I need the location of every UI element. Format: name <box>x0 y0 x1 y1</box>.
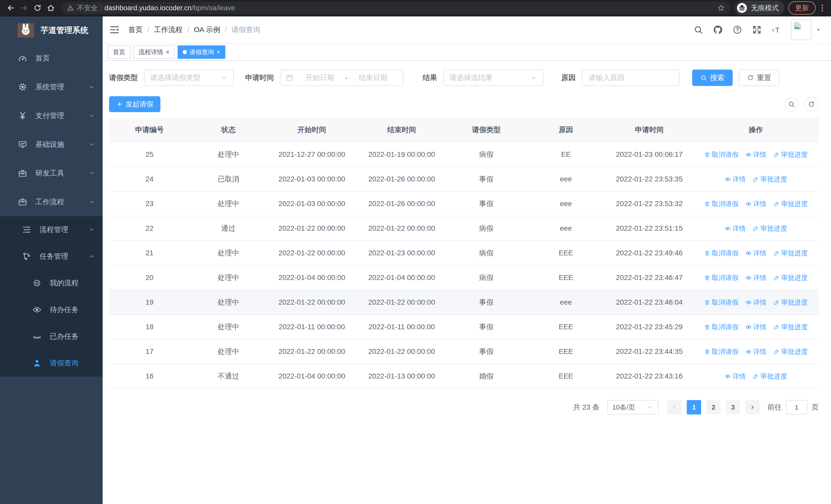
apply-time-range-picker[interactable]: 开始日期 - 结束日期 <box>280 69 403 86</box>
end-date-input[interactable]: 结束日期 <box>349 73 398 83</box>
fullscreen-icon[interactable] <box>752 25 762 35</box>
sidebar-item[interactable]: 我的流程 <box>0 270 103 296</box>
sidebar-item[interactable]: 首页 <box>0 44 103 72</box>
reset-button[interactable]: 重置 <box>739 69 779 86</box>
incognito-icon <box>737 3 747 13</box>
progress-action[interactable]: 审批进度 <box>752 372 787 381</box>
page-button[interactable]: 1 <box>687 400 701 414</box>
sidebar-item[interactable]: 待办任务 <box>0 296 103 323</box>
address-bar[interactable]: 不安全 dashboard.yudao.iocoder.cn/bpm/oa/le… <box>61 2 731 14</box>
breadcrumb-item[interactable]: OA 示例 <box>194 25 221 35</box>
page-size-select[interactable]: 10条/页 <box>607 400 659 414</box>
cell-type: 病假 <box>447 241 526 266</box>
font-size-icon[interactable]: TT <box>771 25 781 35</box>
update-button[interactable]: 更新 <box>789 1 815 14</box>
search-button[interactable]: 搜索 <box>692 69 733 86</box>
github-icon[interactable] <box>713 25 723 35</box>
search-icon[interactable] <box>693 25 703 35</box>
cancel-action[interactable]: 取消请假 <box>704 199 739 208</box>
prev-page-button[interactable] <box>667 400 682 414</box>
edit-icon <box>752 225 759 232</box>
detail-action[interactable]: 详情 <box>724 224 746 233</box>
page-button[interactable]: 2 <box>706 400 721 414</box>
reason-input[interactable] <box>582 69 679 86</box>
sidebar-item[interactable]: 系统管理 <box>0 72 103 101</box>
cancel-action[interactable]: 取消请假 <box>704 150 739 159</box>
breadcrumb-item[interactable]: 工作流程 <box>154 25 183 35</box>
caret-down-icon[interactable] <box>815 27 821 33</box>
progress-action[interactable]: 审批进度 <box>773 347 808 356</box>
sidebar-item[interactable]: 已办任务 <box>0 323 103 350</box>
leave-type-select[interactable]: 请选择请假类型 <box>144 69 234 86</box>
reload-icon[interactable] <box>31 1 44 14</box>
start-date-input[interactable]: 开始日期 <box>295 73 344 83</box>
sidebar-item[interactable]: 工作流程 <box>0 187 103 216</box>
sidebar: 芋道管理系统 首页 系统管理 支付管理 基础设施 研发工具 工作流程 流程管理 … <box>0 17 103 504</box>
sidebar-item[interactable]: 研发工具 <box>0 159 103 187</box>
sidebar-item[interactable]: 请假查询 <box>0 350 103 377</box>
detail-action[interactable]: 详情 <box>724 175 746 184</box>
column-header: 原因 <box>526 118 606 142</box>
cell-status: 处理中 <box>190 266 267 290</box>
tab[interactable]: 请假查询 × <box>178 46 225 59</box>
detail-action[interactable]: 详情 <box>745 298 767 307</box>
sidebar-collapse-icon[interactable] <box>109 25 120 35</box>
cancel-action[interactable]: 取消请假 <box>704 298 739 307</box>
cancel-action[interactable]: 取消请假 <box>704 347 739 356</box>
goto-page-input[interactable] <box>786 400 807 414</box>
progress-action[interactable]: 审批进度 <box>773 249 808 258</box>
sidebar-item[interactable]: 流程管理 <box>0 216 103 243</box>
cell-type: 事假 <box>447 167 526 192</box>
progress-action[interactable]: 审批进度 <box>773 199 808 208</box>
progress-action[interactable]: 审批进度 <box>752 224 787 233</box>
progress-action[interactable]: 审批进度 <box>752 175 787 184</box>
table-refresh-button[interactable] <box>804 97 819 111</box>
help-icon[interactable] <box>733 25 742 35</box>
cancel-action[interactable]: 取消请假 <box>704 249 739 258</box>
forward-icon[interactable] <box>18 1 31 14</box>
cell-status: 处理中 <box>190 142 267 167</box>
eye-icon <box>745 250 752 256</box>
edit-icon <box>773 201 780 207</box>
cancel-action[interactable]: 取消请假 <box>704 273 739 282</box>
app-logo[interactable]: 芋道管理系统 <box>0 17 103 44</box>
home-icon[interactable] <box>44 1 57 14</box>
create-leave-button[interactable]: 发起请假 <box>109 96 161 112</box>
avatar[interactable] <box>791 20 811 40</box>
table-row: 20处理中2022-01-04 00:00:002022-01-04 00:00… <box>109 266 819 290</box>
tab[interactable]: 流程详情 × <box>134 46 174 59</box>
close-icon[interactable]: × <box>217 49 220 55</box>
tab[interactable]: 首页 <box>108 46 131 59</box>
next-page-button[interactable] <box>745 400 760 414</box>
progress-action[interactable]: 审批进度 <box>773 273 808 282</box>
progress-action[interactable]: 审批进度 <box>773 323 808 331</box>
back-icon[interactable] <box>4 1 18 14</box>
navbar: 首页/工作流程/OA 示例/请假查询 TT <box>103 17 831 43</box>
detail-action[interactable]: 详情 <box>745 273 767 282</box>
detail-action[interactable]: 详情 <box>745 150 767 159</box>
more-menu-icon[interactable] <box>818 3 827 12</box>
bookmark-star-icon[interactable] <box>717 4 725 12</box>
cell-applyTime: 2022-01-22 23:46:04 <box>606 290 693 315</box>
detail-action[interactable]: 详情 <box>745 249 767 258</box>
close-icon[interactable]: × <box>166 49 169 55</box>
progress-action[interactable]: 审批进度 <box>773 150 808 159</box>
cancel-action[interactable]: 取消请假 <box>704 323 739 331</box>
sidebar-item[interactable]: 支付管理 <box>0 101 103 130</box>
sidebar-menu: 首页 系统管理 支付管理 基础设施 研发工具 工作流程 <box>0 44 103 216</box>
table-search-button[interactable] <box>784 97 799 111</box>
sidebar-item[interactable]: 基础设施 <box>0 130 103 159</box>
broken-image-icon <box>793 22 802 30</box>
detail-action[interactable]: 详情 <box>745 323 767 331</box>
result-select[interactable]: 请选择流结果 <box>443 69 543 86</box>
cell-applyTime: 2022-01-22 23:51:15 <box>606 216 693 241</box>
page-button[interactable]: 3 <box>726 400 740 414</box>
progress-action[interactable]: 审批进度 <box>773 298 808 307</box>
breadcrumb-item[interactable]: 首页 <box>128 25 143 35</box>
eye-icon <box>745 349 752 355</box>
gear-icon <box>17 82 28 92</box>
sidebar-item[interactable]: 任务管理 <box>0 243 103 270</box>
detail-action[interactable]: 详情 <box>724 372 746 381</box>
detail-action[interactable]: 详情 <box>745 199 767 208</box>
detail-action[interactable]: 详情 <box>745 347 767 356</box>
